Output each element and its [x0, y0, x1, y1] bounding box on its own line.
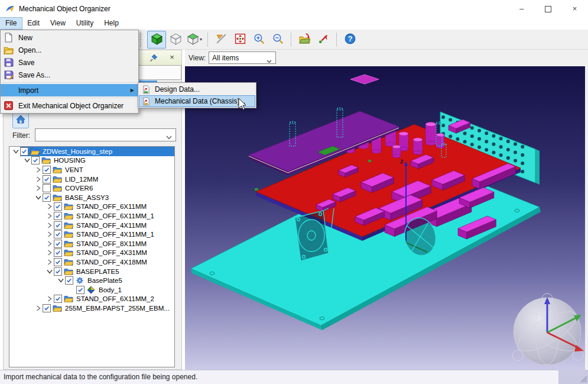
filter-combobox[interactable]	[35, 128, 176, 141]
tree-row[interactable]: BASEPLATE5	[9, 267, 174, 276]
tree-checkbox[interactable]	[54, 230, 62, 238]
tree-checkbox[interactable]	[54, 221, 62, 230]
tree-row[interactable]: STAND_OFF_6X11MM	[9, 202, 174, 212]
resize-grip[interactable]	[558, 370, 588, 384]
zoom-in-button[interactable]	[249, 31, 268, 49]
shaded-view-button[interactable]	[147, 31, 166, 49]
pin-icon[interactable]	[149, 53, 158, 63]
help-button[interactable]: ?	[340, 31, 359, 49]
chevron-down-icon[interactable]	[12, 149, 20, 154]
wireframe-view-button[interactable]	[166, 31, 185, 49]
chevron-down-icon[interactable]	[34, 195, 43, 200]
zoom-out-button[interactable]	[268, 31, 287, 49]
menu-utility[interactable]: Utility	[71, 18, 99, 29]
floating-part-diamond[interactable]	[350, 75, 379, 84]
nav-sphere[interactable]	[512, 293, 584, 365]
tree-checkbox[interactable]	[54, 267, 62, 276]
view-combobox[interactable]: All items	[209, 51, 276, 64]
tree-row[interactable]: 255M_EBM-PAPST_255M_EBM...	[9, 304, 174, 313]
tree-checkbox[interactable]	[43, 184, 51, 192]
tree-row[interactable]: STAND_OFF_6X11MM_1	[9, 211, 174, 221]
tree-checkbox[interactable]	[54, 212, 62, 220]
chevron-right-icon[interactable]	[46, 241, 54, 247]
tree-row[interactable]: ZDWest_Housing_step	[9, 147, 174, 156]
shaded-edges-view-button[interactable]: ▾	[185, 31, 204, 49]
file-menu-item-save[interactable]: Save	[1, 56, 138, 69]
tree-row[interactable]: STAND_OFF_6X11MM_2	[9, 295, 174, 304]
tree-checkbox[interactable]	[54, 295, 62, 303]
tree-checkbox[interactable]	[65, 276, 73, 285]
menu-help[interactable]: Help	[99, 18, 124, 29]
home-button[interactable]	[12, 112, 29, 128]
menu-file[interactable]: File	[0, 18, 22, 29]
chevron-right-icon[interactable]	[46, 222, 54, 228]
wireframe-view-icon	[170, 33, 182, 47]
tree-checkbox[interactable]	[76, 286, 85, 294]
tree-row-body: STAND_OFF_8X11MM	[54, 239, 174, 249]
measure-button[interactable]	[212, 31, 230, 49]
chevron-right-icon[interactable]	[46, 213, 54, 219]
maximize-button[interactable]	[535, 0, 561, 18]
chevron-right-icon[interactable]	[46, 296, 54, 302]
submenu-item-design-data-[interactable]: Design Data...	[139, 83, 255, 95]
import-data-button[interactable]	[295, 31, 314, 49]
tree-row[interactable]: STAND_OFF_4X31MM	[9, 249, 174, 258]
chevron-right-icon[interactable]	[46, 231, 54, 237]
chevron-right-icon[interactable]	[46, 259, 54, 265]
tree-row[interactable]: HOUSING	[9, 156, 174, 166]
status-text: Import mechanical data to the configurat…	[4, 373, 197, 381]
file-menu-item-import[interactable]: Import▶	[1, 84, 138, 96]
tree-checkbox[interactable]	[54, 202, 62, 211]
file-menu-item-exit-mechanical-object-organizer[interactable]: Exit Mechanical Object Organizer	[1, 99, 138, 112]
file-menu-item-save-as-[interactable]: Save As...	[1, 69, 138, 81]
tree-checkbox[interactable]	[20, 147, 28, 156]
filter-label: Filter:	[12, 131, 30, 140]
panel-close-icon[interactable]: ×	[167, 52, 177, 63]
file-menu-item-label: New	[18, 34, 33, 42]
chevron-right-icon[interactable]	[46, 250, 54, 256]
tree-checkbox[interactable]	[31, 156, 40, 164]
tree-checkbox[interactable]	[43, 166, 51, 174]
chevron-right-icon[interactable]	[34, 167, 43, 173]
tree-checkbox[interactable]	[54, 258, 62, 266]
tree-row[interactable]: LID_12MM	[9, 175, 174, 184]
menu-edit[interactable]: Edit	[22, 18, 45, 29]
close-button[interactable]: ×	[561, 0, 588, 18]
tree-row[interactable]: STAND_OFF_4X11MM_1	[9, 230, 174, 239]
tree-checkbox[interactable]	[54, 249, 62, 257]
tree-row[interactable]: STAND_OFF_8X11MM	[9, 239, 174, 249]
tree-row[interactable]: Body_1	[9, 285, 174, 295]
tree-item-label: STAND_OFF_6X11MM	[76, 203, 147, 210]
chevron-down-icon[interactable]	[57, 278, 65, 283]
toolbar-grip[interactable]	[140, 33, 144, 47]
tree-row[interactable]: STAND_OFF_4X18MM	[9, 257, 174, 267]
file-menu-item-label: Save	[18, 59, 34, 67]
chevron-down-icon[interactable]	[23, 158, 31, 163]
tree-checkbox[interactable]	[43, 193, 51, 202]
chevron-right-icon[interactable]	[46, 204, 54, 209]
tree-row[interactable]: STAND_OFF_4X11MM	[9, 221, 174, 230]
export-data-button[interactable]	[314, 31, 333, 49]
chevron-right-icon[interactable]	[34, 185, 43, 191]
maximize-icon	[545, 6, 551, 12]
tree-row[interactable]: COVER6	[9, 183, 174, 193]
new-doc-icon	[4, 33, 14, 43]
chevron-right-icon[interactable]	[34, 176, 43, 182]
view-label: View:	[189, 54, 206, 62]
tree-checkbox[interactable]	[43, 175, 51, 183]
chevron-down-icon[interactable]	[46, 269, 54, 274]
file-menu-item-open-[interactable]: Open...	[1, 44, 138, 56]
toolbar-separator	[336, 33, 337, 47]
tree-checkbox[interactable]	[43, 304, 51, 312]
chevron-right-icon[interactable]	[34, 305, 43, 311]
tree-checkbox[interactable]	[54, 240, 62, 248]
tree-row[interactable]: BasePlate5	[9, 276, 174, 285]
minimize-button[interactable]: –	[508, 0, 535, 18]
tree-row[interactable]: BASE_ASSY3	[9, 193, 174, 202]
menu-view[interactable]: View	[45, 18, 71, 29]
chevron-down-icon[interactable]: ▾	[200, 37, 202, 42]
file-menu-item-new[interactable]: New	[1, 31, 138, 44]
viewport-3d[interactable]: Z	[185, 66, 585, 370]
tree-row[interactable]: VENT	[9, 165, 174, 175]
fit-view-button[interactable]	[230, 31, 249, 49]
